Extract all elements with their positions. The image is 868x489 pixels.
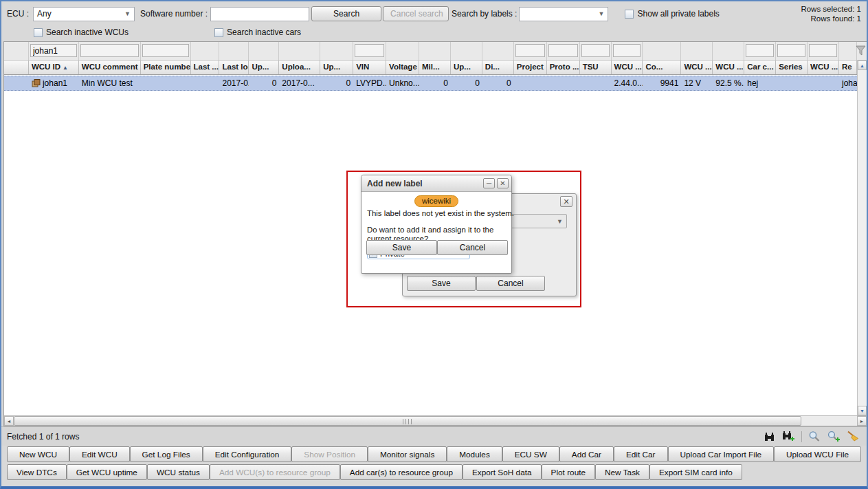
- filter-funnel-corner[interactable]: [857, 42, 867, 61]
- edit-car-button[interactable]: Edit Car: [614, 446, 668, 462]
- show-position-button[interactable]: Show Position: [291, 446, 368, 462]
- filter-cell-up: [320, 42, 353, 61]
- modules-button[interactable]: Modules: [447, 446, 502, 462]
- binoculars-icon[interactable]: [764, 431, 775, 442]
- column-header-plate-number[interactable]: Plate number: [141, 61, 191, 74]
- filter-input-wcu-id[interactable]: [30, 44, 77, 57]
- monitor-signals-button[interactable]: Monitor signals: [368, 446, 447, 462]
- search-toolbar: ECU : Any ▼ Software number : Search Can…: [1, 1, 867, 40]
- software-number-input[interactable]: [210, 7, 309, 21]
- column-header-up[interactable]: Up...: [451, 61, 482, 74]
- add-car-button[interactable]: Add Car: [559, 446, 614, 462]
- column-header-wcu-comment[interactable]: WCU comment: [79, 61, 141, 74]
- scroll-down-icon[interactable]: ▼: [858, 406, 867, 415]
- wcu-item-icon: [32, 79, 41, 87]
- add-wcu-s-to-resource-group-button[interactable]: Add WCU(s) to resource group: [210, 464, 340, 480]
- column-header-proto[interactable]: Proto ...: [547, 61, 580, 74]
- filter-input-project[interactable]: [515, 44, 545, 57]
- get-wcu-uptime-button[interactable]: Get WCU uptime: [67, 464, 147, 480]
- vertical-scrollbar[interactable]: ▲ ▼: [857, 61, 867, 415]
- filter-cell-last: [191, 42, 220, 61]
- dialog-message-1: This label does not yet exist in the sys…: [367, 209, 506, 217]
- column-header-project[interactable]: Project: [514, 61, 547, 74]
- column-header-co[interactable]: Co...: [643, 61, 681, 74]
- filter-cell-last-log: [219, 42, 249, 61]
- column-header-tsu[interactable]: TSU: [580, 61, 612, 74]
- column-header-mil[interactable]: Mil...: [419, 61, 451, 74]
- filter-input-vin[interactable]: [355, 44, 384, 57]
- column-header-wcu[interactable]: WCU ...: [713, 61, 744, 74]
- filter-input-series[interactable]: [777, 44, 805, 57]
- upload-car-import-file-button[interactable]: Upload Car Import File: [668, 446, 775, 462]
- column-header-series[interactable]: Series: [776, 61, 808, 74]
- plot-route-button[interactable]: Plot route: [542, 464, 596, 480]
- ecu-sw-button[interactable]: ECU SW: [502, 446, 559, 462]
- wcu-status-button[interactable]: WCU status: [147, 464, 210, 480]
- filter-input-plate-number[interactable]: [142, 44, 189, 57]
- minimize-icon[interactable]: ─: [483, 178, 495, 188]
- column-header-vin[interactable]: VIN: [353, 61, 386, 74]
- export-soh-data-button[interactable]: Export SoH data: [463, 464, 542, 480]
- filter-input-wcu-comment[interactable]: [80, 44, 139, 57]
- view-dtcs-button[interactable]: View DTCs: [7, 464, 67, 480]
- scroll-up-icon[interactable]: ▲: [858, 61, 867, 70]
- filter-input-car-c[interactable]: [746, 44, 774, 57]
- column-header-di[interactable]: Di...: [482, 61, 514, 74]
- filter-input-tsu[interactable]: [581, 44, 610, 57]
- grid-header-row: WCU ID▲WCU commentPlate numberLast ...La…: [4, 61, 857, 75]
- export-sim-card-info-button[interactable]: Export SIM card info: [649, 464, 742, 480]
- column-header-up[interactable]: Up...: [320, 61, 353, 74]
- column-header-wcu[interactable]: WCU ...: [681, 61, 713, 74]
- broom-icon[interactable]: [847, 431, 860, 442]
- magnifier-add-icon[interactable]: [827, 431, 841, 442]
- filter-input-proto[interactable]: [548, 44, 578, 57]
- column-header-uploa[interactable]: Uploa...: [279, 61, 320, 74]
- edit-wcu-button[interactable]: Edit WCU: [69, 446, 130, 462]
- column-header-last[interactable]: Last ...: [191, 61, 220, 74]
- cell-wcu: [808, 76, 839, 90]
- column-header-up[interactable]: Up...: [249, 61, 279, 74]
- close-icon[interactable]: ✕: [497, 178, 509, 188]
- column-header-car-c[interactable]: Car c...: [744, 61, 776, 74]
- upload-wcu-file-button[interactable]: Upload WCU File: [774, 446, 861, 462]
- get-log-files-button[interactable]: Get Log Files: [130, 446, 203, 462]
- column-header-wcu[interactable]: WCU ...: [808, 61, 839, 74]
- save-button[interactable]: Save: [366, 240, 437, 255]
- scroll-right-icon[interactable]: ►: [857, 416, 867, 426]
- show-all-private-labels-label: Show all private labels: [637, 9, 719, 19]
- search-inactive-cars-checkbox[interactable]: [214, 28, 223, 37]
- cancel-button[interactable]: Cancel: [437, 240, 508, 255]
- search-button[interactable]: Search: [311, 6, 381, 21]
- cancel-search-button[interactable]: Cancel search: [383, 6, 449, 21]
- chevron-down-icon: ▼: [599, 10, 605, 17]
- column-header-wcu-id[interactable]: WCU ID▲: [29, 61, 79, 74]
- new-wcu-button[interactable]: New WCU: [7, 446, 69, 462]
- horizontal-scrollbar-thumb[interactable]: [14, 416, 801, 426]
- cell-last: [191, 76, 220, 90]
- add-car-s-to-resource-group-button[interactable]: Add car(s) to resource group: [340, 464, 463, 480]
- binoculars-add-icon[interactable]: [781, 431, 795, 442]
- column-header-wcu[interactable]: WCU ...: [612, 61, 643, 74]
- search-by-labels-select[interactable]: ▼: [519, 7, 608, 21]
- cell-plate-number: [141, 76, 191, 90]
- scroll-left-icon[interactable]: ◄: [4, 416, 14, 426]
- new-task-button[interactable]: New Task: [595, 464, 649, 480]
- close-icon[interactable]: ✕: [560, 196, 572, 207]
- dialog-titlebar[interactable]: Add new label ─ ✕: [361, 175, 511, 192]
- search-inactive-wcus-checkbox[interactable]: [34, 28, 43, 37]
- action-buttons: New WCUEdit WCUGet Log FilesEdit Configu…: [1, 446, 867, 486]
- show-all-private-labels-checkbox[interactable]: [625, 10, 634, 19]
- edit-configuration-button[interactable]: Edit Configuration: [203, 446, 292, 462]
- filter-input-wcu[interactable]: [613, 44, 641, 57]
- column-header-last-log[interactable]: Last log: [219, 61, 249, 74]
- save-button[interactable]: Save: [407, 276, 476, 291]
- filter-input-wcu[interactable]: [809, 44, 837, 57]
- horizontal-scrollbar[interactable]: ◄ ►: [4, 415, 867, 426]
- cancel-button[interactable]: Cancel: [476, 276, 545, 291]
- magnifier-icon[interactable]: [808, 431, 821, 442]
- table-row[interactable]: johan1Min WCU test2017-0...02017-0...0LV…: [4, 76, 857, 91]
- ecu-select[interactable]: Any ▼: [33, 7, 135, 21]
- column-header-col[interactable]: [4, 61, 29, 74]
- column-header-re[interactable]: Re: [839, 61, 857, 74]
- column-header-voltage[interactable]: Voltage: [386, 61, 419, 74]
